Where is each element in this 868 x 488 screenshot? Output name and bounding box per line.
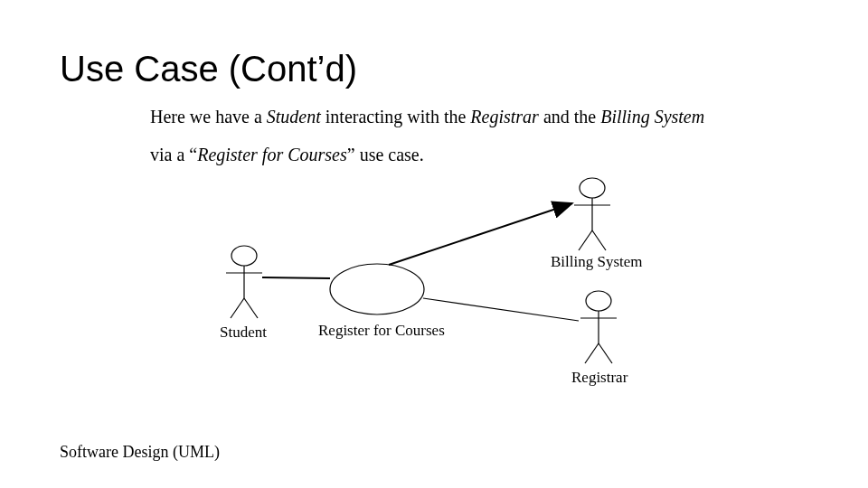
usecase-ellipse	[330, 264, 424, 314]
svg-line-14	[599, 343, 612, 363]
svg-line-4	[244, 298, 258, 318]
assoc-student-usecase	[262, 277, 330, 278]
slide-footer: Software Design (UML)	[60, 443, 220, 462]
assoc-usecase-registrar	[423, 298, 579, 321]
svg-point-5	[580, 178, 605, 198]
registrar-actor-icon	[580, 291, 617, 363]
svg-line-13	[585, 343, 599, 363]
billing-label: Billing System	[551, 253, 643, 271]
usecase-diagram	[0, 0, 868, 488]
svg-point-0	[231, 246, 257, 266]
svg-line-3	[231, 298, 244, 318]
student-label: Student	[220, 324, 267, 342]
usecase-label: Register for Courses	[318, 322, 445, 340]
registrar-label: Registrar	[571, 369, 627, 387]
billing-actor-icon	[574, 178, 610, 250]
assoc-usecase-billing	[389, 203, 572, 265]
svg-line-8	[579, 230, 592, 250]
svg-point-10	[586, 291, 611, 311]
student-actor-icon	[226, 246, 262, 318]
svg-line-9	[592, 230, 606, 250]
